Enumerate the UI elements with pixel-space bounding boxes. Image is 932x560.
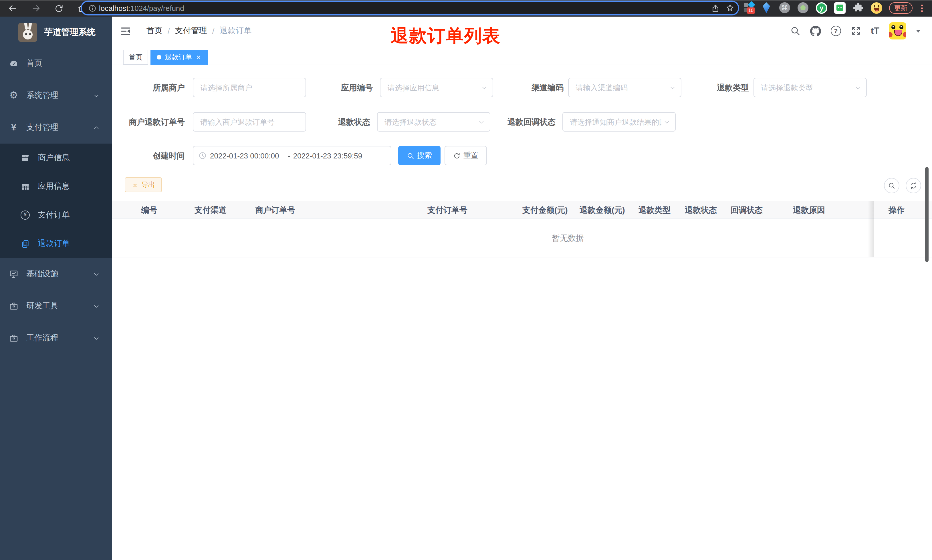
merchant-refund-no-input[interactable] [193,113,306,131]
sidebar-item-infra[interactable]: 基础设施 [0,258,112,290]
tab-refund-order[interactable]: 退款订单 [151,50,208,65]
github-icon[interactable] [810,25,821,36]
col-header[interactable]: 支付订单号 [428,202,468,218]
browser-menu-icon[interactable] [921,3,923,13]
search-button[interactable]: 搜索 [398,146,441,165]
help-icon[interactable]: ? [831,26,841,36]
download-icon [132,182,138,188]
filter-refund-status-select[interactable] [377,112,490,132]
sidebar-item-app-info[interactable]: 应用信息 [0,172,112,201]
yen-icon: ¥ [9,123,18,132]
close-icon[interactable] [196,54,201,60]
font-size-icon[interactable]: tT [871,26,880,36]
sidebar-item-refund-order[interactable]: 退款订单 [0,229,112,258]
col-header[interactable]: 支付金额(元) [522,202,568,218]
avatar-caret-icon[interactable] [916,29,921,32]
extension-gem-icon[interactable] [761,2,772,14]
extension-tampermonkey-icon[interactable]: 10 [744,2,755,14]
browser-forward-button[interactable] [29,0,43,17]
channel-input[interactable] [569,78,681,97]
filter-refund-type-select[interactable] [754,78,867,97]
extensions-puzzle-icon[interactable] [852,2,864,14]
sidebar-item-home[interactable]: 首页 [0,48,112,80]
user-avatar[interactable] [889,22,906,40]
sidebar-item-system[interactable]: ⚙ 系统管理 [0,80,112,112]
url-host: localhost [99,4,128,12]
filter-label-refund-type: 退款类型 [688,78,749,97]
col-header[interactable]: 操作 [889,202,904,218]
merchant-input[interactable] [193,78,306,97]
logo-avatar [18,23,37,42]
sidebar-item-merchant-info[interactable]: 商户信息 [0,143,112,172]
site-info-icon[interactable] [85,4,99,12]
col-header[interactable]: 退款原因 [793,202,825,218]
filter-label-channel: 渠道编码 [503,78,564,97]
filter-label-merchant: 所属商户 [124,78,185,97]
sidebar-item-workflow[interactable]: 工作流程 [0,322,112,354]
col-header[interactable]: 回调状态 [731,202,763,218]
navbar-actions: ? tT [790,17,921,45]
browser-update-button[interactable]: 更新 [889,2,912,14]
briefcase-icon [9,302,18,311]
tab-label: 退款订单 [165,52,192,62]
col-header[interactable]: 退款状态 [685,202,717,218]
extension-y-icon[interactable]: y [816,2,827,14]
extension-command-icon[interactable]: ⌘ [779,2,791,14]
filter-merchant-select[interactable] [193,78,306,97]
reset-button-label: 重置 [463,151,478,161]
fullscreen-icon[interactable] [851,26,861,36]
col-header[interactable]: 退款金额(元) [580,202,625,218]
command-glyph: ⌘ [781,4,788,12]
refund-status-input[interactable] [378,113,490,131]
sidebar-item-pay[interactable]: ¥ 支付管理 [0,112,112,143]
sidebar-collapse-icon[interactable] [120,26,131,37]
chevron-down-icon [93,92,100,98]
refresh-table-button[interactable] [906,178,921,193]
tab-label: 首页 [129,52,143,62]
app-input[interactable] [380,78,493,97]
col-header[interactable]: 编号 [141,202,157,218]
sidebar-logo[interactable]: 芋道管理系统 [0,17,112,48]
extension-chat-icon[interactable] [834,2,846,14]
refund-type-input[interactable] [754,78,866,97]
sidebar: 芋道管理系统 首页 ⚙ 系统管理 ¥ 支付管理 商户信息 [0,17,112,560]
breadcrumb-separator: / [212,26,215,35]
tags-view-bar [112,45,932,65]
sidebar-item-pay-order[interactable]: ¥ 支付订单 [0,201,112,229]
col-header[interactable]: 支付渠道 [195,202,226,218]
filter-notify-status-select[interactable] [562,112,676,132]
notify-status-input[interactable] [563,113,675,131]
show-search-toggle-button[interactable] [884,178,900,193]
filter-label-refund-status: 退款状态 [311,112,370,132]
col-header[interactable]: 商户订单号 [255,202,295,218]
tab-home[interactable]: 首页 [123,50,148,65]
extension-green-dot-icon[interactable] [798,2,809,14]
chevron-down-icon [93,335,100,341]
sidebar-item-label: 退款订单 [38,238,70,249]
browser-address-bar[interactable]: localhost:1024/pay/refund [82,2,738,14]
grid-icon [21,182,30,191]
breadcrumb-pay[interactable]: 支付管理 [175,26,207,36]
header-search-icon[interactable] [790,26,800,36]
range-start-value[interactable]: 2022-01-23 00:00:00 [210,151,285,160]
extension-emoji-icon[interactable] [871,2,882,14]
filter-label-app: 应用编号 [312,78,373,97]
window-scrollbar[interactable] [925,167,929,262]
browser-back-button[interactable] [5,0,20,17]
sidebar-item-label: 首页 [26,58,42,69]
breadcrumb: 首页 / 支付管理 / 退款订单 [146,17,252,45]
share-icon[interactable] [711,4,720,12]
browser-reload-button[interactable] [51,0,66,17]
range-end-value[interactable]: 2022-01-23 23:59:59 [293,151,368,160]
filter-label-merchant-refund-no: 商户退款订单号 [112,112,185,132]
sidebar-item-dev-tools[interactable]: 研发工具 [0,290,112,322]
create-time-range-picker[interactable]: 2022-01-23 00:00:00 - 2022-01-23 23:59:5… [193,146,391,165]
col-header[interactable]: 退款类型 [638,202,671,218]
export-button[interactable]: 导出 [125,177,162,192]
filter-merchant-refund-no-field[interactable] [193,112,306,132]
filter-channel-select[interactable] [568,78,681,97]
filter-app-select[interactable] [380,78,493,97]
reset-button[interactable]: 重置 [444,146,487,165]
breadcrumb-home[interactable]: 首页 [146,26,163,36]
bookmark-star-icon[interactable] [726,3,735,12]
